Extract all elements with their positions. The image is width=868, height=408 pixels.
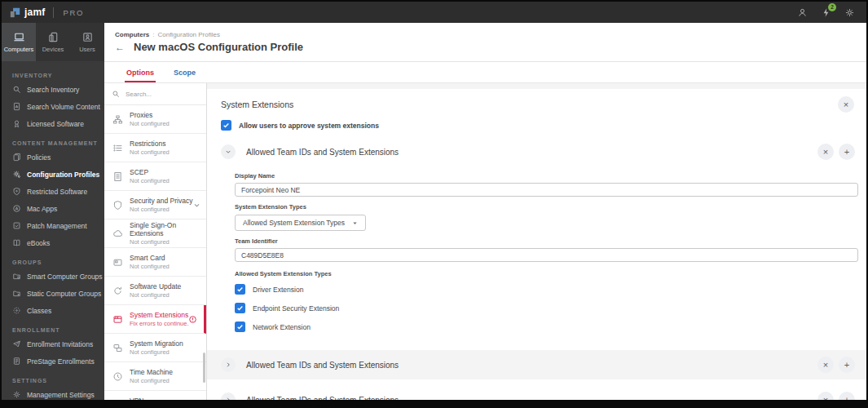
remove-section-button[interactable]: × [817,357,834,373]
prestage-icon [12,357,21,366]
payload-item-software-update[interactable]: Software UpdateNot configured [104,277,206,305]
module-tabs: Computers Devices Users [2,23,104,61]
driver-extension-checkbox[interactable] [235,284,245,295]
payload-item-smart-card[interactable]: Smart CardNot configured [104,248,206,277]
nav-item-label: Enrollment Invitations [27,340,93,348]
sidebar-item-prestage-enrollments[interactable]: PreStage Enrollments [2,353,104,370]
nav-section-title: CONTENT MANAGEMENT [12,140,104,146]
add-section-button[interactable]: + [839,144,855,160]
network-extension-checkbox[interactable] [235,322,245,332]
payload-scrollbar[interactable] [203,353,205,383]
sidebar-item-ebooks[interactable]: eBooks [2,234,104,251]
classes-icon [12,306,21,315]
sidebar-item-enrollment-invitations[interactable]: Enrollment Invitations [2,335,104,353]
sidebar-item-smart-computer-groups[interactable]: Smart Computer Groups [2,268,104,285]
sidebar-item-policies[interactable]: Policies [2,149,104,166]
notifications-icon[interactable]: 2 [821,7,831,18]
payload-item-restrictions[interactable]: RestrictionsNot configured [104,134,206,162]
nav-item-label: Mac Apps [27,205,57,213]
smart-group-icon [12,272,21,281]
panel-top-gap [207,83,866,89]
sidebar-item-mac-apps[interactable]: Mac Apps [2,200,104,217]
selected-type: Allowed System Extension Types [243,219,345,227]
sidebar-item-configuration-profiles[interactable]: Configuration Profiles [2,166,104,183]
display-name-field[interactable] [235,183,858,197]
payload-name: Time Machine [130,368,173,376]
page-title: New macOS Configuration Profile [134,41,303,53]
payload-item-vpn[interactable]: VPNNot configured [104,391,206,400]
tab-scope[interactable]: Scope [174,62,196,82]
payload-item-scep[interactable]: SCEPNot configured [104,162,206,191]
brand-suffix: PRO [63,8,83,17]
users-icon [82,31,94,43]
endpoint-security-extension-label: Endpoint Security Extension [253,304,339,313]
sidebar-item-restricted-software[interactable]: Restricted Software [2,183,104,200]
search-input[interactable] [124,90,196,99]
computers-icon [13,31,25,43]
add-section-button[interactable]: + [839,392,855,400]
brand-divider [53,7,54,18]
section-title: Allowed Team IDs and System Extensions [246,396,807,401]
section-title: Allowed Team IDs and System Extensions [246,361,807,370]
team-ids-section-2-header: Allowed Team IDs and System Extensions ×… [207,350,866,379]
module-tab-label: Users [79,46,95,53]
sidebar-item-patch-management[interactable]: Patch Management [2,217,104,234]
payload-list: ProxiesNot configured RestrictionsNot co… [104,83,207,400]
sidebar-item-licensed-software[interactable]: Licensed Software [2,115,104,132]
system-extensions-panel: System Extensions × Allow users to appro… [207,83,866,400]
payload-item-time-machine[interactable]: Time MachineNot configured [104,362,206,391]
remove-section-button[interactable]: × [817,144,834,160]
module-tab-devices[interactable]: Devices [36,23,70,61]
sidebar-item-search-inventory[interactable]: Search Inventory [2,81,104,98]
sidebar-item-static-computer-groups[interactable]: Static Computer Groups [2,285,104,302]
endpoint-security-extension-checkbox[interactable] [235,303,245,313]
payload-item-single-sign-on-extensions[interactable]: Single Sign-On ExtensionsNot configured [104,220,206,248]
module-tab-users[interactable]: Users [70,23,104,61]
back-arrow-icon[interactable]: ← [115,42,125,52]
collapse-section-button[interactable] [221,144,236,159]
payload-name: Restrictions [130,140,170,148]
nav-item-label: Management Settings [27,391,95,399]
payload-item-security-and-privacy[interactable]: Security and PrivacyNot configured [104,191,206,220]
sidebar: Computers Devices Users INVENTORY Search… [2,23,104,400]
breadcrumb-computers[interactable]: Computers [115,31,149,38]
system-migration-icon [112,343,123,353]
panel-title: System Extensions [221,100,293,109]
settings-gear-icon[interactable] [844,7,855,18]
system-extension-types-label: System Extension Types [235,203,858,211]
breadcrumb-configuration-profiles[interactable]: Configuration Profiles [157,31,219,38]
tab-options[interactable]: Options [126,62,154,82]
sidebar-item-search-volume-content[interactable]: Search Volume Content [2,98,104,115]
nav-item-label: Search Inventory [27,86,79,94]
check-icon [236,286,244,293]
account-icon[interactable] [797,7,808,18]
approve-checkbox-row: Allow users to approve system extensions [207,118,866,138]
system-extension-types-select[interactable]: Allowed System Extension Types [235,215,366,231]
driver-extension-label: Driver Extension [253,286,303,294]
search-icon [112,90,120,98]
module-tab-computers[interactable]: Computers [2,23,36,61]
expand-section-button[interactable] [221,392,236,400]
nav-item-label: Configuration Profiles [27,171,99,179]
team-ids-section-3-header: Allowed Team IDs and System Extensions ×… [207,390,866,400]
payload-item-system-migration[interactable]: System MigrationNot configured [104,334,206,362]
payload-status: Not configured [130,348,183,356]
payload-name: Smart Card [130,254,170,262]
payload-item-system-extensions[interactable]: System ExtensionsFix errors to continue. [104,305,206,334]
add-section-button[interactable]: + [839,357,855,373]
close-panel-button[interactable]: × [838,96,854,113]
payload-name: System Migration [130,339,183,348]
payload-status: Not configured [130,177,170,184]
payload-item-proxies[interactable]: ProxiesNot configured [104,105,206,134]
payload-search [104,83,206,105]
approve-checkbox[interactable] [221,120,231,131]
remove-section-button[interactable]: × [817,392,834,400]
team-identifier-field[interactable] [235,248,858,262]
mac-apps-icon [12,204,21,213]
payload-status: Not configured [130,120,170,127]
sidebar-item-classes[interactable]: Classes [2,302,104,319]
sidebar-item-management-settings[interactable]: Management Settings [2,386,104,400]
expand-section-button[interactable] [221,357,236,372]
chevron-down-icon [225,149,231,155]
payload-name: SCEP [130,168,170,176]
